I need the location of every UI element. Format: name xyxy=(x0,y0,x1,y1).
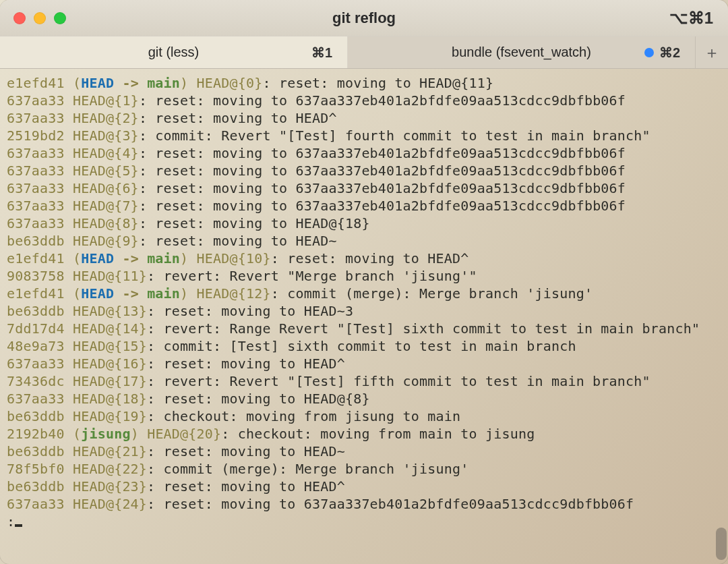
reflog-message: : reset: moving to 637aa337eb401a2bfdfe0… xyxy=(147,496,634,512)
tab-label: git (less) xyxy=(148,45,200,60)
commit-hash: 637aa33 xyxy=(7,180,65,196)
pager-prompt[interactable]: : xyxy=(7,513,721,530)
reflog-message: : reset: moving to HEAD@{11} xyxy=(263,75,494,91)
zoom-window-button[interactable] xyxy=(54,12,66,24)
commit-hash: 637aa33 xyxy=(7,198,65,214)
reflog-message: : reset: moving to HEAD~3 xyxy=(147,303,353,319)
reflog-row: 637aa33 HEAD@{2}: reset: moving to HEAD^ xyxy=(7,109,721,127)
reflog-row: 7dd17d4 HEAD@{14}: revert: Range Revert … xyxy=(7,320,721,337)
reflog-message: : reset: moving to HEAD@{18} xyxy=(139,215,370,231)
tab-shortcut: ⌘2 xyxy=(644,45,680,61)
tab-bar: git (less) ⌘1 bundle (fsevent_watch) ⌘2 … xyxy=(0,36,728,69)
reflog-row: 637aa33 HEAD@{24}: reset: moving to 637a… xyxy=(7,495,721,513)
reflog-message: : revert: Revert "[Test] fifth commit to… xyxy=(147,373,650,389)
commit-hash: 73436dc xyxy=(7,373,65,389)
reflog-ref: HEAD@{0} xyxy=(197,75,263,91)
paren-open: ( xyxy=(73,426,81,442)
reflog-message: : reset: moving to HEAD@{8} xyxy=(147,391,370,407)
reflog-row: be63ddb HEAD@{23}: reset: moving to HEAD… xyxy=(7,478,721,495)
reflog-row: 637aa33 HEAD@{16}: reset: moving to HEAD… xyxy=(7,355,721,372)
reflog-row: 637aa33 HEAD@{4}: reset: moving to 637aa… xyxy=(7,144,721,162)
terminal-output[interactable]: e1efd41 (HEAD -> main) HEAD@{0}: reset: … xyxy=(0,69,728,564)
activity-indicator-icon xyxy=(644,48,654,57)
commit-hash: 637aa33 xyxy=(7,356,65,372)
reflog-ref: HEAD@{3} xyxy=(73,128,139,144)
reflog-ref: HEAD@{18} xyxy=(73,391,147,407)
reflog-row: 9083758 HEAD@{11}: revert: Revert "Merge… xyxy=(7,267,721,285)
reflog-message: : reset: moving to HEAD~ xyxy=(147,443,345,459)
paren-close: ) xyxy=(180,285,188,302)
traffic-lights xyxy=(0,12,66,24)
reflog-row: 48e9a73 HEAD@{15}: commit: [Test] sixth … xyxy=(7,337,721,355)
reflog-message: : revert: Range Revert "[Test] sixth com… xyxy=(147,320,700,337)
reflog-row: 73436dc HEAD@{17}: revert: Revert "[Test… xyxy=(7,372,721,390)
paren-close: ) xyxy=(131,426,139,442)
commit-hash: be63ddb xyxy=(7,478,65,495)
head-token: HEAD xyxy=(81,75,114,91)
commit-hash: be63ddb xyxy=(7,303,65,319)
commit-hash: 637aa33 xyxy=(7,110,65,126)
scrollbar-thumb[interactable] xyxy=(716,528,727,560)
commit-hash: 7dd17d4 xyxy=(7,320,65,337)
reflog-message: : reset: moving to 637aa337eb401a2bfdfe0… xyxy=(139,198,626,214)
reflog-row: 637aa33 HEAD@{7}: reset: moving to 637aa… xyxy=(7,197,721,215)
tab-bundle[interactable]: bundle (fsevent_watch) ⌘2 xyxy=(348,36,696,68)
reflog-ref: HEAD@{16} xyxy=(73,356,147,372)
commit-hash: be63ddb xyxy=(7,408,65,424)
reflog-ref: HEAD@{17} xyxy=(73,373,147,389)
commit-hash: 637aa33 xyxy=(7,163,65,179)
reflog-message: : checkout: moving from jisung to main xyxy=(147,408,460,424)
reflog-row: 637aa33 HEAD@{5}: reset: moving to 637aa… xyxy=(7,162,721,179)
arrow-token: -> xyxy=(114,75,147,91)
reflog-row: 78f5bf0 HEAD@{22}: commit (merge): Merge… xyxy=(7,460,721,478)
reflog-message: : commit: [Test] sixth commit to test in… xyxy=(147,338,576,354)
window-shortcut: ⌥⌘1 xyxy=(669,9,713,28)
commit-hash: 637aa33 xyxy=(7,145,65,161)
reflog-message: : reset: moving to HEAD^ xyxy=(139,110,337,126)
new-tab-button[interactable]: ＋ xyxy=(696,36,728,68)
arrow-token: -> xyxy=(114,285,147,302)
reflog-ref: HEAD@{4} xyxy=(73,145,139,161)
branch-name: main xyxy=(147,75,180,91)
commit-hash: be63ddb xyxy=(7,443,65,459)
paren-close: ) xyxy=(180,250,188,266)
branch-name: main xyxy=(147,285,180,302)
close-window-button[interactable] xyxy=(13,12,26,24)
commit-hash: 637aa33 xyxy=(7,215,65,231)
reflog-ref: HEAD@{15} xyxy=(73,338,147,354)
reflog-row: be63ddb HEAD@{19}: checkout: moving from… xyxy=(7,407,721,425)
reflog-ref: HEAD@{8} xyxy=(73,215,139,231)
commit-hash: e1efd41 xyxy=(7,75,65,91)
commit-hash: 637aa33 xyxy=(7,92,65,109)
minimize-window-button[interactable] xyxy=(34,12,46,24)
reflog-message: : reset: moving to 637aa337eb401a2bfdfe0… xyxy=(139,180,626,196)
reflog-ref: HEAD@{21} xyxy=(73,443,147,459)
commit-hash: 2519bd2 xyxy=(7,128,65,144)
reflog-message: : reset: moving to HEAD^ xyxy=(271,250,469,266)
reflog-message: : reset: moving to 637aa337eb401a2bfdfe0… xyxy=(139,145,626,161)
reflog-row: e1efd41 (HEAD -> main) HEAD@{10}: reset:… xyxy=(7,250,721,267)
head-token: HEAD xyxy=(81,250,114,266)
reflog-row: 637aa33 HEAD@{6}: reset: moving to 637aa… xyxy=(7,179,721,197)
reflog-row: be63ddb HEAD@{21}: reset: moving to HEAD… xyxy=(7,443,721,460)
commit-hash: e1efd41 xyxy=(7,250,65,266)
reflog-row: 637aa33 HEAD@{18}: reset: moving to HEAD… xyxy=(7,390,721,407)
reflog-row: be63ddb HEAD@{13}: reset: moving to HEAD… xyxy=(7,302,721,320)
reflog-ref: HEAD@{2} xyxy=(73,110,139,126)
reflog-row: 2519bd2 HEAD@{3}: commit: Revert "[Test]… xyxy=(7,127,721,144)
reflog-ref: HEAD@{20} xyxy=(147,426,221,442)
branch-name: jisung xyxy=(81,426,130,442)
reflog-row: e1efd41 (HEAD -> main) HEAD@{12}: commit… xyxy=(7,285,721,302)
reflog-row: 2192b40 (jisung) HEAD@{20}: checkout: mo… xyxy=(7,425,721,443)
reflog-message: : commit (merge): Merge branch 'jisung' xyxy=(147,461,468,477)
reflog-ref: HEAD@{1} xyxy=(73,92,139,109)
tab-git[interactable]: git (less) ⌘1 xyxy=(0,36,348,68)
reflog-message: : reset: moving to 637aa337eb401a2bfdfe0… xyxy=(139,163,626,179)
commit-hash: 9083758 xyxy=(7,268,65,284)
reflog-ref: HEAD@{6} xyxy=(73,180,139,196)
reflog-ref: HEAD@{12} xyxy=(197,285,271,302)
commit-hash: 637aa33 xyxy=(7,391,65,407)
commit-hash: e1efd41 xyxy=(7,285,65,302)
window-title: git reflog xyxy=(332,9,396,27)
reflog-ref: HEAD@{23} xyxy=(73,478,147,495)
